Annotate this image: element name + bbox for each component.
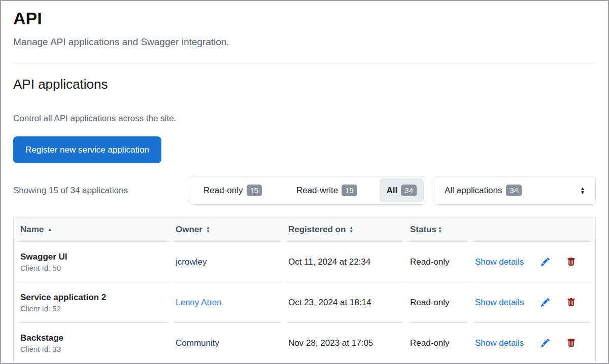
pencil-icon [541, 258, 550, 266]
edit-button[interactable] [541, 298, 550, 307]
pencil-icon [541, 298, 550, 307]
results-summary: Showing 15 of 34 applications [13, 186, 181, 196]
applications-table: Name ▲ Owner ▲▼ Registered on ▲▼ Status … [13, 217, 596, 363]
edit-button[interactable] [541, 339, 550, 347]
status-cell: Read-only [408, 282, 468, 323]
register-application-button[interactable]: Register new service application [13, 136, 161, 163]
tab-read-only[interactable]: Read-only 15 [191, 178, 274, 202]
column-header-actions [473, 217, 591, 242]
page-frame: API Manage API applications and Swagger … [0, 0, 609, 364]
actions-cell: Show details [473, 242, 591, 282]
trash-icon [567, 339, 576, 347]
app-name: Service application 2 [20, 292, 106, 303]
trash-icon [567, 258, 576, 266]
app-name: Backstage [20, 333, 63, 343]
status-cell: Read-only [408, 323, 468, 363]
app-name: Swagger UI [20, 251, 67, 262]
tab-all-label: All [387, 186, 398, 196]
status-cell: Read-only [408, 242, 468, 282]
section-divider [13, 63, 596, 63]
page-title: API [13, 7, 596, 29]
owner-cell: Lenny Atren [174, 282, 281, 323]
select-updown-icon: ▲▼ [580, 187, 585, 195]
app-name-cell: Service application 2 Client Id: 52 [18, 282, 168, 323]
edit-button[interactable] [541, 258, 550, 266]
show-details-link[interactable]: Show details [475, 257, 524, 267]
table-row-service-application-2: Service application 2 Client Id: 52 Lenn… [14, 282, 595, 323]
owner-link[interactable]: Lenny Atren [176, 298, 222, 308]
section-description: Control all API applications across the … [13, 113, 596, 124]
trash-icon [567, 298, 576, 307]
column-header-owner[interactable]: Owner ▲▼ [174, 217, 281, 242]
tab-read-write-count-badge: 19 [342, 185, 357, 196]
registered-on-cell: Nov 28, 2023 at 17:05 [286, 323, 403, 363]
pencil-icon [541, 339, 550, 347]
delete-button[interactable] [567, 339, 576, 347]
owner-cell: Community [174, 323, 281, 363]
owner-link[interactable]: jcrowley [176, 257, 207, 267]
app-name-cell: Swagger UI Client Id: 50 [18, 242, 168, 282]
client-id: Client Id: 52 [20, 304, 61, 313]
actions-cell: Show details [473, 323, 591, 363]
actions-cell: Show details [473, 282, 591, 323]
sort-both-icon: ▲▼ [438, 226, 442, 233]
column-header-name[interactable]: Name ▲ [18, 217, 168, 242]
client-id: Client Id: 50 [20, 263, 61, 273]
applications-filter-selected-label: All applications [445, 186, 502, 196]
owner-cell: jcrowley [174, 242, 281, 282]
registered-on-cell: Oct 11, 2024 at 22:34 [286, 242, 403, 282]
tab-read-only-label: Read-only [204, 186, 243, 196]
sort-both-icon: ▲▼ [206, 226, 210, 233]
sort-ascending-icon: ▲ [47, 227, 52, 232]
show-details-link[interactable]: Show details [475, 338, 524, 348]
table-row-swagger-ui: Swagger UI Client Id: 50 jcrowley Oct 11… [14, 242, 595, 282]
sort-both-icon: ▲▼ [349, 226, 353, 233]
client-id: Client Id: 33 [20, 344, 61, 354]
applications-filter-count-badge: 34 [506, 185, 522, 196]
tab-all-count-badge: 34 [401, 185, 417, 196]
show-details-link[interactable]: Show details [475, 298, 524, 308]
status-filter-tab-group: Read-only 15 Read-write 19 All 34 [189, 176, 426, 205]
tab-all[interactable]: All 34 [380, 178, 424, 202]
tab-read-write-label: Read-write [296, 186, 338, 196]
app-name-cell: Backstage Client Id: 33 [18, 323, 168, 363]
column-header-status[interactable]: Status ▲▼ [408, 217, 468, 242]
registered-on-cell: Oct 23, 2024 at 18:14 [286, 282, 403, 323]
delete-button[interactable] [567, 258, 576, 266]
column-header-registered-on[interactable]: Registered on ▲▼ [286, 217, 403, 242]
delete-button[interactable] [567, 298, 576, 307]
table-row-backstage: Backstage Client Id: 33 Community Nov 28… [14, 323, 595, 363]
section-heading: API applications [13, 75, 596, 93]
page-subtitle: Manage API applications and Swagger inte… [13, 35, 596, 49]
owner-link[interactable]: Community [176, 338, 219, 348]
filter-controls-row: Showing 15 of 34 applications Read-only … [13, 176, 596, 205]
tab-read-only-count-badge: 15 [247, 185, 262, 196]
tab-read-write[interactable]: Read-write 19 [284, 178, 369, 202]
applications-filter-select[interactable]: All applications 34 ▲▼ [434, 176, 596, 205]
table-header-row: Name ▲ Owner ▲▼ Registered on ▲▼ Status … [14, 217, 595, 242]
